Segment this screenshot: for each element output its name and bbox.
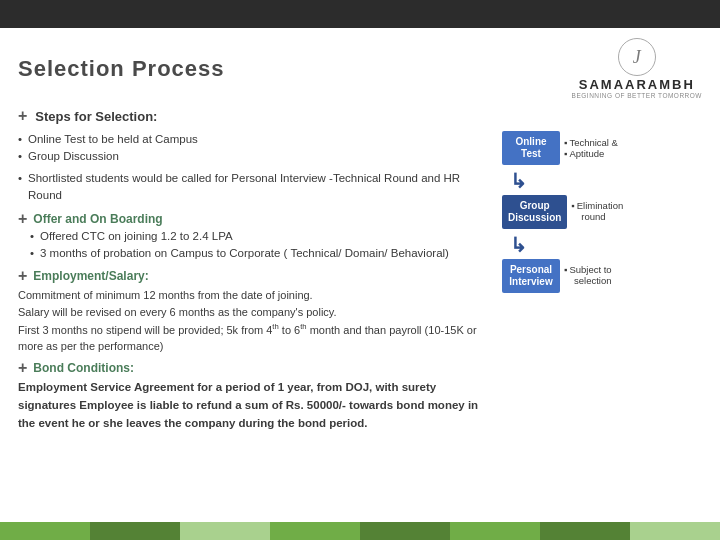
offer-bullets: Offered CTC on joining 1.2 to 2.4 LPA 3 … bbox=[30, 228, 490, 263]
diagram-group-box: GroupDiscussion bbox=[502, 195, 567, 229]
diag-label-elimination: Elimination bbox=[571, 200, 623, 211]
plus-steps-icon: + bbox=[18, 107, 27, 125]
logo-name: SAMAARAMBH bbox=[579, 77, 695, 92]
plus-offer-icon: + bbox=[18, 210, 27, 228]
logo-tagline: BEGINNING OF BETTER TOMORROW bbox=[572, 92, 702, 99]
bottom-bar bbox=[0, 522, 720, 540]
bond-header: + Bond Conditions: bbox=[18, 359, 490, 377]
steps-label: Steps for Selection: bbox=[35, 109, 157, 124]
employment-label: Employment/Salary: bbox=[33, 269, 148, 283]
diag-label-subject: Subject to bbox=[564, 264, 612, 275]
diagram-online-box: OnlineTest bbox=[502, 131, 560, 165]
offer-label: Offer and On Boarding bbox=[33, 212, 162, 226]
offer-bullet-2: 3 months of probation on Campus to Corpo… bbox=[30, 245, 490, 262]
logo-area: J SAMAARAMBH BEGINNING OF BETTER TOMORRO… bbox=[572, 38, 702, 99]
bottom-seg-7 bbox=[540, 522, 630, 540]
logo-circle: J bbox=[618, 38, 656, 76]
bottom-seg-2 bbox=[90, 522, 180, 540]
bullet-item-1: Online Test to be held at Campus bbox=[18, 131, 490, 148]
arrow-1: ↳ bbox=[510, 171, 527, 191]
bond-text: Employment Service Agreement for a perio… bbox=[18, 379, 490, 432]
bottom-seg-4 bbox=[270, 522, 360, 540]
bottom-seg-5 bbox=[360, 522, 450, 540]
bullet-item-3: Shortlisted students would be called for… bbox=[18, 170, 490, 205]
diagram-group-row: GroupDiscussion Elimination round bbox=[502, 195, 623, 229]
bond-label: Bond Conditions: bbox=[33, 361, 134, 375]
bullet-item-2: Group Discussion bbox=[18, 148, 490, 165]
content-area: Selection Process J SAMAARAMBH BEGINNING… bbox=[0, 28, 720, 443]
offer-bullet-1: Offered CTC on joining 1.2 to 2.4 LPA bbox=[30, 228, 490, 245]
main-layout: Online Test to be held at Campus Group D… bbox=[18, 131, 702, 437]
diag-label-round: round bbox=[581, 211, 623, 223]
diagram-personal-box: PersonalInterview bbox=[502, 259, 560, 293]
steps-header: + Steps for Selection: bbox=[18, 107, 702, 125]
bullet-section: Online Test to be held at Campus Group D… bbox=[18, 131, 490, 166]
arrow-2: ↳ bbox=[510, 235, 527, 255]
plus-employment-icon: + bbox=[18, 267, 27, 285]
employment-text: Commitment of minimum 12 months from the… bbox=[18, 287, 490, 356]
employment-header: + Employment/Salary: bbox=[18, 267, 490, 285]
diagram-group-labels: Elimination round bbox=[571, 200, 623, 223]
left-content: Online Test to be held at Campus Group D… bbox=[18, 131, 490, 437]
offer-header: + Offer and On Boarding bbox=[18, 210, 490, 228]
header-row: Selection Process J SAMAARAMBH BEGINNING… bbox=[18, 38, 702, 99]
bottom-seg-3 bbox=[180, 522, 270, 540]
diagram-online-labels: Technical & Aptitude bbox=[564, 137, 618, 159]
bond-section: + Bond Conditions: Employment Service Ag… bbox=[18, 359, 490, 432]
diag-label-selection: selection bbox=[574, 275, 612, 287]
bottom-seg-6 bbox=[450, 522, 540, 540]
page-title: Selection Process bbox=[18, 56, 225, 82]
offer-section: + Offer and On Boarding Offered CTC on j… bbox=[18, 210, 490, 263]
diag-label-aptitude: Aptitude bbox=[564, 148, 618, 159]
diagram-personal-labels: Subject to selection bbox=[564, 264, 612, 287]
employment-section: + Employment/Salary: Commitment of minim… bbox=[18, 267, 490, 356]
bottom-seg-8 bbox=[630, 522, 720, 540]
diagram-personal-row: PersonalInterview Subject to selection bbox=[502, 259, 612, 293]
title-section: Selection Process bbox=[18, 56, 225, 82]
bottom-seg-1 bbox=[0, 522, 90, 540]
diagram-online-row: OnlineTest Technical & Aptitude bbox=[502, 131, 618, 165]
plus-bond-icon: + bbox=[18, 359, 27, 377]
top-bar bbox=[0, 0, 720, 28]
right-diagram: OnlineTest Technical & Aptitude ↳ GroupD… bbox=[502, 131, 702, 437]
diag-label-tech: Technical & bbox=[564, 137, 618, 148]
